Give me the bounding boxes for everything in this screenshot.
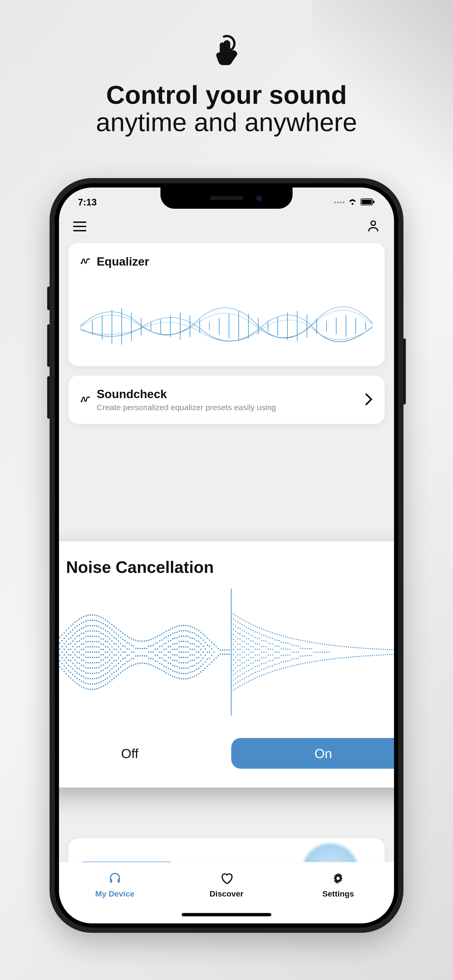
- svg-point-390: [116, 654, 117, 655]
- svg-point-421: [124, 646, 126, 647]
- svg-point-921: [263, 646, 264, 647]
- svg-point-838: [246, 649, 247, 650]
- svg-point-792: [238, 687, 238, 688]
- svg-point-846: [248, 628, 249, 629]
- menu-button[interactable]: [73, 221, 86, 231]
- soundcheck-card[interactable]: Soundcheck Create personalized equalizer…: [69, 375, 384, 424]
- svg-point-487: [155, 637, 156, 638]
- svg-point-608: [183, 673, 184, 675]
- svg-point-927: [265, 630, 266, 631]
- svg-point-692: [203, 657, 204, 659]
- svg-point-606: [183, 662, 184, 664]
- svg-point-949: [270, 660, 271, 661]
- svg-point-581: [179, 646, 180, 648]
- svg-point-447: [133, 664, 134, 665]
- svg-point-751: [233, 629, 234, 630]
- svg-point-558: [174, 632, 175, 633]
- svg-point-992: [283, 668, 284, 669]
- svg-point-351: [107, 682, 108, 684]
- svg-point-556: [172, 676, 173, 677]
- svg-point-795: [239, 628, 241, 629]
- svg-point-1123: [378, 649, 380, 650]
- svg-point-532: [168, 646, 169, 648]
- svg-point-372: [112, 668, 113, 669]
- svg-point-1129: [385, 649, 386, 650]
- svg-point-251: [92, 683, 93, 685]
- svg-point-344: [107, 646, 108, 648]
- svg-point-941: [268, 660, 269, 662]
- svg-point-1042: [305, 663, 306, 664]
- svg-point-137: [74, 676, 75, 678]
- svg-point-342: [107, 636, 108, 637]
- svg-point-479: [150, 651, 152, 653]
- home-indicator[interactable]: [182, 913, 271, 916]
- svg-point-996: [285, 655, 286, 656]
- svg-point-458: [139, 655, 140, 657]
- svg-point-796: [239, 633, 241, 635]
- svg-point-589: [181, 630, 182, 632]
- svg-point-367: [112, 640, 113, 642]
- noise-cancel-on-button[interactable]: On: [231, 738, 394, 769]
- svg-point-861: [250, 646, 251, 647]
- svg-point-617: [185, 662, 187, 663]
- svg-point-844: [246, 682, 247, 683]
- svg-point-121: [72, 651, 73, 653]
- svg-point-184: [83, 643, 84, 644]
- svg-point-1060: [316, 661, 316, 662]
- svg-point-553: [172, 659, 173, 661]
- svg-point-161: [79, 668, 80, 669]
- phone-frame: 7:13: [49, 178, 404, 933]
- svg-point-594: [181, 657, 182, 658]
- profile-button[interactable]: [367, 220, 380, 234]
- svg-point-457: [139, 648, 140, 649]
- svg-point-72: [61, 635, 62, 636]
- svg-point-602: [183, 641, 184, 642]
- noise-cancel-off-button[interactable]: Off: [59, 738, 222, 769]
- tab-settings[interactable]: Settings: [308, 872, 369, 898]
- svg-point-598: [181, 678, 182, 679]
- svg-point-952: [272, 632, 273, 633]
- svg-point-1107: [361, 648, 362, 649]
- svg-point-415: [122, 651, 123, 653]
- svg-point-518: [164, 660, 165, 661]
- svg-point-276: [96, 657, 97, 658]
- svg-point-308: [100, 670, 102, 672]
- svg-point-882: [255, 643, 255, 644]
- svg-point-128: [74, 627, 75, 628]
- svg-point-571: [177, 649, 178, 650]
- svg-point-222: [88, 688, 89, 690]
- tab-discover[interactable]: Discover: [196, 872, 257, 898]
- svg-point-157: [79, 646, 80, 648]
- svg-point-923: [263, 657, 264, 658]
- svg-point-851: [248, 654, 249, 655]
- svg-point-459: [139, 663, 140, 664]
- svg-point-974: [279, 634, 279, 635]
- svg-point-963: [274, 652, 275, 653]
- svg-point-636: [190, 649, 191, 650]
- svg-point-1046: [307, 662, 308, 663]
- svg-point-247: [92, 662, 93, 663]
- svg-point-1091: [344, 646, 345, 647]
- svg-point-981: [281, 635, 282, 636]
- svg-point-973: [276, 669, 277, 671]
- svg-point-1051: [311, 642, 312, 643]
- svg-point-600: [183, 630, 184, 632]
- svg-point-871: [252, 641, 254, 642]
- svg-point-1085: [337, 645, 338, 646]
- svg-point-1101: [355, 647, 356, 648]
- equalizer-card[interactable]: Equalizer: [69, 243, 384, 366]
- svg-point-291: [98, 657, 100, 658]
- svg-point-523: [166, 643, 167, 644]
- svg-point-1017: [294, 645, 295, 646]
- svg-point-829: [244, 667, 245, 668]
- svg-point-630: [187, 673, 188, 674]
- tab-my-device[interactable]: My Device: [84, 872, 145, 898]
- svg-point-914: [261, 657, 262, 659]
- svg-point-918: [263, 629, 264, 630]
- svg-point-1135: [391, 649, 392, 650]
- svg-point-440: [131, 651, 132, 653]
- svg-point-114: [70, 672, 71, 673]
- svg-point-460: [142, 641, 143, 642]
- svg-point-196: [85, 631, 86, 632]
- svg-point-270: [96, 625, 97, 627]
